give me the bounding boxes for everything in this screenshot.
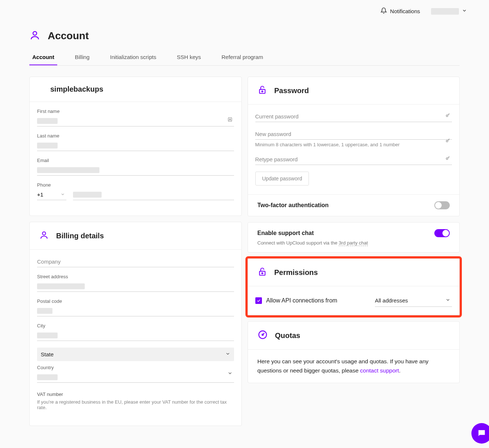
city-label: City <box>37 323 234 328</box>
last-name-label: Last name <box>37 133 234 139</box>
street-redacted <box>37 283 85 289</box>
new-password-input[interactable] <box>255 129 452 140</box>
tfa-toggle[interactable] <box>434 201 450 209</box>
postal-input[interactable] <box>37 305 234 316</box>
update-password-button[interactable]: Update password <box>255 172 309 186</box>
vat-label: VAT number <box>37 392 234 397</box>
notifications-button[interactable]: Notifications <box>380 7 420 15</box>
tab-account[interactable]: Account <box>29 49 57 65</box>
permissions-title: Permissions <box>274 268 318 277</box>
svg-point-5 <box>262 91 263 92</box>
person-icon <box>29 30 40 42</box>
tab-referral[interactable]: Referral program <box>219 49 266 65</box>
bell-icon <box>380 7 387 15</box>
postal-label: Postal code <box>37 298 234 304</box>
retype-password-input[interactable] <box>255 154 452 165</box>
org-name: simplebackups <box>50 85 103 93</box>
svg-point-10 <box>262 273 263 274</box>
state-select[interactable]: State <box>37 348 234 361</box>
tab-init-scripts[interactable]: Initialization scripts <box>107 49 159 65</box>
tab-ssh-keys[interactable]: SSH keys <box>174 49 204 65</box>
chat-toggle[interactable] <box>434 229 450 237</box>
password-card: Password Minimum 8 characters with 1 low… <box>248 77 460 216</box>
key-icon <box>445 155 450 162</box>
key-icon <box>445 113 450 119</box>
page-title: Account <box>48 30 89 42</box>
last-name-input[interactable] <box>37 140 234 151</box>
api-addresses-select[interactable]: All addresses <box>375 294 452 307</box>
vat-help: If you're a registered business in the E… <box>37 399 234 410</box>
billing-title: Billing details <box>56 232 104 240</box>
user-name-redacted <box>431 8 459 15</box>
company-input[interactable] <box>37 256 234 267</box>
chat-label: Enable support chat <box>258 230 314 236</box>
permissions-card: Permissions Allow API connections from A… <box>248 258 460 315</box>
allow-api-checkbox[interactable] <box>255 297 262 304</box>
phone-redacted <box>73 192 102 198</box>
key-icon <box>445 138 450 144</box>
chevron-down-icon <box>462 8 467 15</box>
first-name-input[interactable] <box>37 115 234 126</box>
svg-point-2 <box>229 119 230 120</box>
city-redacted <box>37 333 58 338</box>
billing-card: Billing details Street address Postal co… <box>29 222 242 426</box>
current-password-input[interactable] <box>255 111 452 122</box>
third-party-chat-link[interactable]: 3rd party chat <box>339 240 368 246</box>
notifications-label: Notifications <box>390 8 420 14</box>
contact-support-link[interactable]: contact support <box>360 367 399 374</box>
postal-redacted <box>37 308 52 314</box>
password-title: Password <box>274 87 309 95</box>
user-menu[interactable] <box>431 8 467 15</box>
tabs: Account Billing Initialization scripts S… <box>29 49 460 66</box>
city-input[interactable] <box>37 330 234 341</box>
chat-card: Enable support chat Connect with UpCloud… <box>248 222 460 253</box>
profile-card: simplebackups First name Last name <box>29 77 242 216</box>
country-label: Country <box>37 365 234 370</box>
phone-label: Phone <box>37 182 234 188</box>
country-redacted <box>37 374 58 380</box>
gauge-icon <box>258 330 268 341</box>
contact-card-icon <box>227 117 233 124</box>
quotas-card: Quotas Here you can see your account's u… <box>248 321 460 383</box>
first-name-redacted <box>37 118 58 124</box>
chat-launcher[interactable] <box>471 423 489 444</box>
permissions-highlight: Permissions Allow API connections from A… <box>245 256 462 317</box>
street-label: Street address <box>37 274 234 279</box>
svg-rect-9 <box>259 271 265 275</box>
chat-subtext: Connect with UpCloud support via the 3rd… <box>248 240 460 252</box>
email-label: Email <box>37 158 234 163</box>
svg-point-0 <box>33 32 37 35</box>
svg-point-3 <box>43 232 46 235</box>
email-redacted <box>37 167 99 173</box>
person-icon <box>39 230 49 241</box>
tfa-label: Two-factor authentication <box>258 202 329 209</box>
new-password-help: Minimum 8 characters with 1 lowercase, 1… <box>255 142 452 147</box>
country-select[interactable] <box>37 372 234 383</box>
svg-rect-4 <box>259 89 265 93</box>
tab-billing[interactable]: Billing <box>72 49 92 65</box>
quotas-title: Quotas <box>275 331 300 340</box>
last-name-redacted <box>37 143 58 148</box>
lock-open-icon <box>258 85 267 96</box>
allow-api-label: Allow API connections from <box>266 297 337 304</box>
lock-open-icon <box>258 267 267 278</box>
phone-prefix-select[interactable] <box>37 189 66 200</box>
quotas-text: Here you can see your account's usage an… <box>248 350 460 383</box>
first-name-label: First name <box>37 109 234 114</box>
